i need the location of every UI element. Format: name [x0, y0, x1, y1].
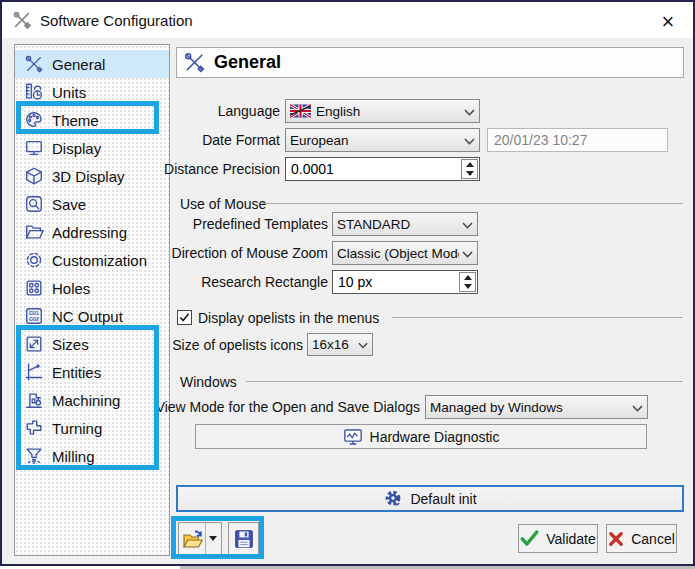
group-divider — [392, 317, 683, 318]
cube-icon — [22, 165, 46, 187]
crossed-tools-icon — [12, 10, 32, 30]
distance-precision-value: 0.0001 — [291, 161, 334, 177]
spin-down-icon[interactable] — [464, 284, 472, 289]
chevron-down-icon — [459, 246, 473, 261]
save-magnifier-icon — [22, 193, 46, 215]
svg-text:G02: G02 — [29, 316, 39, 322]
sidebar-item-label: Customization — [52, 252, 147, 269]
opelists-icon-size-value: 16x16 — [312, 337, 349, 352]
predefined-templates-select[interactable]: STANDARD — [332, 212, 478, 236]
date-format-select[interactable]: European — [285, 128, 480, 152]
title-bar: Software Configuration × — [2, 2, 693, 39]
sidebar-item-machining[interactable]: Machining — [15, 386, 169, 414]
language-select[interactable]: English — [285, 99, 480, 123]
research-rectangle-input[interactable]: 10 px — [332, 270, 478, 294]
chevron-down-icon — [355, 337, 368, 352]
sidebar-item-theme[interactable]: Theme — [15, 106, 169, 134]
cancel-label: Cancel — [631, 531, 675, 547]
chevron-down-icon — [461, 133, 475, 148]
save-config-button[interactable] — [228, 522, 259, 555]
date-format-value: European — [290, 133, 349, 148]
display-opelists-checkbox[interactable] — [177, 310, 192, 325]
predefined-templates-label: Predefined Templates — [193, 212, 328, 236]
sidebar-item-label: Entities — [52, 364, 101, 381]
nc-code-icon: G01 G02 — [22, 305, 46, 327]
close-button[interactable]: × — [645, 4, 691, 40]
x-icon — [608, 531, 624, 547]
spin-down-icon[interactable] — [466, 171, 474, 176]
language-label: Language — [218, 99, 280, 123]
sidebar-item-nc-output[interactable]: G01 G02 NC Output — [15, 302, 169, 330]
open-folder-icon — [22, 221, 46, 243]
sidebar-item-general[interactable]: General — [15, 50, 169, 78]
sidebar-item-label: Sizes — [52, 336, 89, 353]
gear-init-icon — [383, 489, 403, 509]
page-title: General — [214, 52, 281, 73]
date-format-label: Date Format — [202, 128, 280, 152]
sidebar-item-sizes[interactable]: Sizes — [15, 330, 169, 358]
sidebar-item-entities[interactable]: Entities — [15, 358, 169, 386]
view-mode-select[interactable]: Managed by Windows — [425, 395, 648, 419]
mouse-zoom-direction-select[interactable]: Classic (Object Mode) — [332, 241, 478, 265]
open-config-split-button[interactable] — [178, 522, 222, 555]
holes-icon — [22, 277, 46, 299]
category-sidebar: General Units — [14, 44, 170, 556]
dropdown-arrow-icon — [209, 536, 217, 541]
hardware-diagnostic-button[interactable]: Hardware Diagnostic — [195, 424, 647, 449]
screen: Software Configuration × General — [0, 0, 695, 569]
sidebar-item-units[interactable]: Units — [15, 78, 169, 106]
check-icon — [179, 312, 190, 323]
opelists-icon-size-select[interactable]: 16x16 — [307, 333, 373, 356]
group-divider — [262, 203, 683, 204]
open-dropdown-arrow[interactable] — [205, 523, 219, 554]
sidebar-item-label: Save — [52, 196, 86, 213]
research-rectangle-value: 10 px — [338, 274, 372, 290]
research-rectangle-spinner[interactable] — [459, 272, 476, 292]
monitor-icon — [22, 137, 46, 159]
language-value: English — [316, 104, 360, 119]
windows-group-title: Windows — [180, 374, 237, 390]
check-icon — [520, 530, 539, 547]
sidebar-item-label: Turning — [52, 420, 102, 437]
sidebar-item-label: Display — [52, 140, 101, 157]
date-preview-field: 20/01/23 10:27 — [487, 128, 668, 152]
distance-precision-label: Distance Precision — [164, 157, 280, 181]
mouse-zoom-direction-value: Classic (Object Mode) — [337, 246, 459, 261]
panel-header: General — [176, 47, 684, 78]
predefined-templates-value: STANDARD — [337, 217, 410, 232]
sidebar-item-display[interactable]: Display — [15, 134, 169, 162]
validate-label: Validate — [546, 531, 596, 547]
save-floppy-icon — [233, 528, 255, 550]
sidebar-item-label: Milling — [52, 448, 95, 465]
view-mode-value: Managed by Windows — [430, 400, 563, 415]
display-opelists-label: Display opelists in the menus — [198, 306, 379, 330]
sidebar-item-milling[interactable]: Milling — [15, 442, 169, 470]
machining-icon — [22, 389, 46, 411]
spin-up-icon[interactable] — [466, 162, 474, 167]
sidebar-item-customization[interactable]: Customization — [15, 246, 169, 274]
spin-up-icon[interactable] — [464, 275, 472, 280]
general-icon — [22, 53, 46, 75]
sidebar-item-holes[interactable]: Holes — [15, 274, 169, 302]
sidebar-item-label: Addressing — [52, 224, 127, 241]
cancel-button[interactable]: Cancel — [606, 524, 677, 553]
uk-flag-icon — [290, 104, 311, 118]
default-init-button[interactable]: Default init — [176, 485, 684, 512]
theme-palette-icon — [22, 109, 46, 131]
general-icon — [183, 51, 206, 74]
sidebar-item-3d-display[interactable]: 3D Display — [15, 162, 169, 190]
mouse-zoom-direction-label: Direction of Mouse Zoom — [172, 241, 328, 265]
sidebar-item-turning[interactable]: Turning — [15, 414, 169, 442]
distance-precision-input[interactable]: 0.0001 — [285, 157, 480, 181]
units-icon — [22, 81, 46, 103]
sidebar-item-label: General — [52, 56, 105, 73]
validate-button[interactable]: Validate — [518, 524, 598, 553]
chevron-down-icon — [461, 104, 475, 119]
sidebar-item-save[interactable]: Save — [15, 190, 169, 218]
sidebar-item-addressing[interactable]: Addressing — [15, 218, 169, 246]
window-title: Software Configuration — [40, 12, 193, 29]
distance-precision-spinner[interactable] — [461, 159, 478, 179]
opelists-icon-size-label: Size of opelists icons — [172, 333, 303, 357]
sidebar-item-label: Machining — [52, 392, 120, 409]
sidebar-item-label: Units — [52, 84, 86, 101]
